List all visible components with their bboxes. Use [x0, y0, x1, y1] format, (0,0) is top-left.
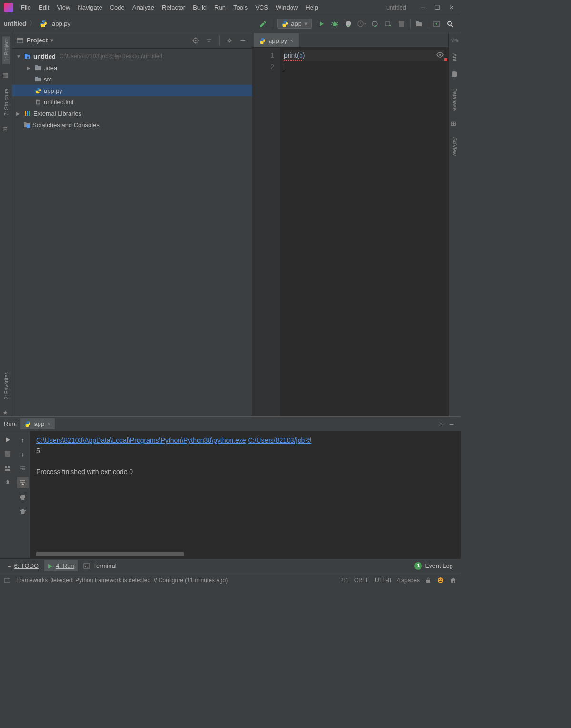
favorites-tool-tab[interactable]: 2: Favorites	[3, 370, 9, 401]
rerun-button[interactable]	[2, 434, 13, 445]
structure-tool-tab[interactable]: 7: Structure	[3, 87, 9, 118]
locate-file-icon[interactable]	[190, 35, 201, 46]
menu-help[interactable]: Help	[301, 2, 322, 13]
menu-edit[interactable]: Edit	[35, 2, 53, 13]
panel-settings-icon[interactable]	[224, 35, 235, 46]
status-position[interactable]: 2:1	[341, 577, 349, 584]
collapse-all-icon[interactable]	[204, 35, 214, 46]
scroll-down-icon[interactable]: ↓	[17, 448, 29, 460]
favorites-star-icon[interactable]: ★	[2, 409, 10, 416]
event-log-tab[interactable]: 1 Event Log	[411, 560, 457, 572]
sciview-tool-tab[interactable]: SciView	[452, 135, 458, 158]
project-tool-icon[interactable]: ▦	[2, 71, 10, 79]
todo-tab[interactable]: ≡ 6: TODO	[4, 560, 42, 571]
expand-arrow-icon[interactable]: ▶	[27, 65, 32, 71]
run-settings-icon[interactable]	[436, 419, 446, 429]
search-everywhere-button[interactable]	[443, 17, 457, 30]
clear-icon[interactable]	[17, 506, 29, 517]
code-area[interactable]: print(5)	[280, 48, 448, 416]
layout-button[interactable]	[2, 463, 13, 474]
project-structure-button[interactable]	[412, 17, 426, 30]
tree-external-libs[interactable]: ▶ External Libraries	[12, 108, 252, 119]
panel-hide-icon[interactable]: ─	[238, 35, 248, 46]
lock-icon[interactable]	[425, 577, 431, 583]
project-view-dropdown-icon[interactable]: ▾	[50, 37, 54, 44]
horizontal-scrollbar[interactable]	[36, 552, 184, 556]
editor-content[interactable]: 1 2 print(5)	[252, 48, 448, 416]
scroll-up-icon[interactable]: ↑	[17, 434, 29, 445]
attach-button[interactable]	[368, 17, 381, 30]
svg-point-21	[439, 54, 441, 56]
tree-app-file[interactable]: app.py	[12, 85, 252, 96]
status-indent[interactable]: 4 spaces	[397, 577, 420, 584]
run-tab-app[interactable]: app ×	[20, 418, 54, 429]
tree-scratches[interactable]: Scratches and Consoles	[12, 119, 252, 131]
scroll-to-end-icon[interactable]	[17, 477, 29, 488]
status-eol[interactable]: CRLF	[354, 577, 369, 584]
status-encoding[interactable]: UTF-8	[375, 577, 391, 584]
project-tool-tab[interactable]: 1: Project	[2, 36, 10, 64]
menu-tools[interactable]: Tools	[230, 2, 251, 13]
svg-rect-32	[4, 578, 10, 582]
menu-code[interactable]: Code	[106, 2, 129, 13]
tree-item-label: Scratches and Consoles	[32, 121, 100, 129]
ant-tool-icon[interactable]: 🐜	[451, 36, 459, 44]
expand-arrow-icon[interactable]: ▶	[16, 111, 22, 116]
breadcrumb-file[interactable]: app.py	[52, 20, 70, 27]
close-tab-icon[interactable]: ×	[290, 37, 294, 44]
close-button[interactable]: ✕	[444, 2, 459, 13]
stop-button[interactable]	[395, 17, 408, 30]
menu-analyze[interactable]: Analyze	[129, 2, 158, 13]
database-tool-icon[interactable]	[451, 71, 459, 79]
menu-run[interactable]: Run	[210, 2, 230, 13]
run-config-selector[interactable]: app ▾	[277, 19, 312, 29]
editor-tab-app[interactable]: app.py ×	[254, 33, 299, 47]
hammer-build-icon[interactable]	[257, 17, 270, 30]
sciview-tool-icon[interactable]: ⊞	[451, 120, 459, 128]
soft-wrap-icon[interactable]	[17, 463, 29, 474]
run-coverage-button[interactable]	[341, 17, 355, 30]
database-tool-tab[interactable]: Database	[452, 86, 458, 112]
console-path-link[interactable]: C:\Users\82103\AppData\Local\Programs\Py…	[36, 436, 246, 444]
menu-vcs[interactable]: VCS	[251, 2, 272, 13]
stop-run-button[interactable]	[2, 448, 13, 460]
menu-refactor[interactable]: Refactor	[158, 2, 189, 13]
menu-window[interactable]: Window	[272, 2, 301, 13]
menu-navigate[interactable]: Navigate	[74, 2, 106, 13]
terminal-tab[interactable]: Terminal	[80, 560, 120, 571]
run-hide-icon[interactable]: ─	[446, 419, 457, 429]
run-anything-button[interactable]	[381, 17, 395, 30]
tree-root[interactable]: ▼ untitled C:\Users\82103\job것들\Desktop\…	[12, 51, 252, 62]
project-panel-title[interactable]: Project	[27, 37, 48, 44]
run-controls	[0, 431, 15, 558]
close-tab-icon[interactable]: ×	[47, 420, 51, 427]
structure-tool-icon[interactable]: ⊞	[2, 125, 10, 133]
console-path-link2[interactable]: C:/Users/82103/job것	[248, 436, 311, 444]
ide-settings-button[interactable]	[430, 17, 443, 30]
run-tab[interactable]: ▶ 4: Run	[44, 560, 78, 571]
status-message[interactable]: Frameworks Detected: Python framework is…	[16, 577, 228, 584]
console-output[interactable]: C:\Users\82103\AppData\Local\Programs\Py…	[30, 431, 461, 558]
status-icon[interactable]	[4, 577, 10, 584]
menu-view[interactable]: View	[53, 2, 74, 13]
menu-file[interactable]: File	[17, 2, 35, 13]
memory-icon[interactable]	[450, 577, 457, 584]
ant-tool-tab[interactable]: Ant	[452, 51, 458, 63]
profile-button[interactable]: ▾	[355, 17, 368, 30]
folder-icon	[34, 64, 42, 71]
expand-arrow-icon[interactable]: ▼	[16, 54, 22, 59]
error-stripe-icon[interactable]	[444, 58, 447, 61]
tree-idea-folder[interactable]: ▶ .idea	[12, 62, 252, 73]
breadcrumb-project[interactable]: untitled	[4, 20, 26, 27]
maximize-button[interactable]: ☐	[430, 2, 444, 13]
tree-iml-file[interactable]: untitled.iml	[12, 96, 252, 108]
minimize-button[interactable]: ─	[416, 2, 430, 13]
reader-mode-icon[interactable]	[436, 51, 444, 59]
inspection-icon[interactable]	[437, 576, 444, 584]
run-button[interactable]	[315, 17, 328, 30]
tree-src-folder[interactable]: src	[12, 73, 252, 85]
print-icon[interactable]	[17, 491, 29, 503]
debug-button[interactable]	[328, 17, 341, 30]
menu-build[interactable]: Build	[189, 2, 210, 13]
pin-button[interactable]	[2, 477, 13, 488]
